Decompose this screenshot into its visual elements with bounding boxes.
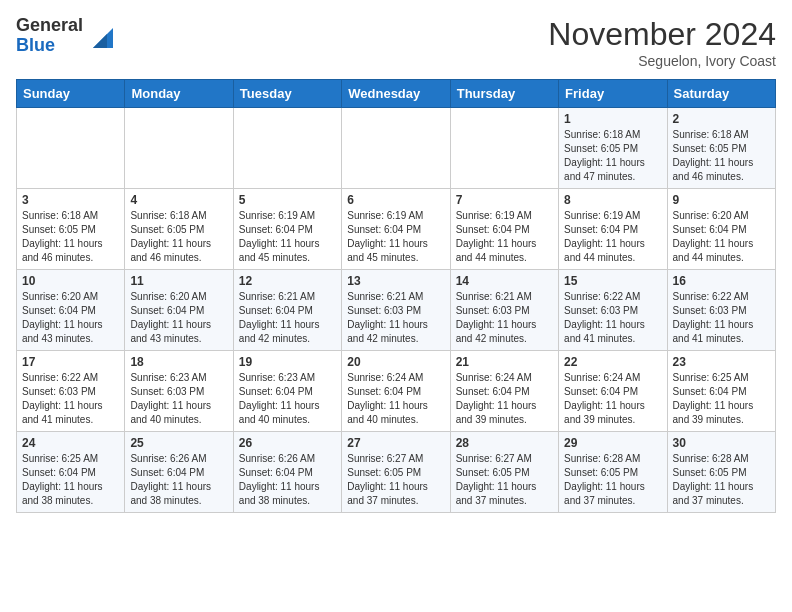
day-number: 20 — [347, 355, 444, 369]
calendar-cell: 11Sunrise: 6:20 AM Sunset: 6:04 PM Dayli… — [125, 270, 233, 351]
calendar-cell: 2Sunrise: 6:18 AM Sunset: 6:05 PM Daylig… — [667, 108, 775, 189]
day-number: 12 — [239, 274, 336, 288]
day-number: 6 — [347, 193, 444, 207]
calendar-cell: 24Sunrise: 6:25 AM Sunset: 6:04 PM Dayli… — [17, 432, 125, 513]
svg-marker-1 — [93, 34, 107, 48]
calendar-week-5: 24Sunrise: 6:25 AM Sunset: 6:04 PM Dayli… — [17, 432, 776, 513]
day-info: Sunrise: 6:26 AM Sunset: 6:04 PM Dayligh… — [130, 452, 227, 508]
day-number: 9 — [673, 193, 770, 207]
calendar-cell — [450, 108, 558, 189]
day-info: Sunrise: 6:19 AM Sunset: 6:04 PM Dayligh… — [456, 209, 553, 265]
calendar-cell: 6Sunrise: 6:19 AM Sunset: 6:04 PM Daylig… — [342, 189, 450, 270]
calendar-cell — [233, 108, 341, 189]
day-info: Sunrise: 6:21 AM Sunset: 6:03 PM Dayligh… — [347, 290, 444, 346]
day-info: Sunrise: 6:23 AM Sunset: 6:03 PM Dayligh… — [130, 371, 227, 427]
calendar-cell: 10Sunrise: 6:20 AM Sunset: 6:04 PM Dayli… — [17, 270, 125, 351]
day-number: 28 — [456, 436, 553, 450]
day-info: Sunrise: 6:18 AM Sunset: 6:05 PM Dayligh… — [22, 209, 119, 265]
day-info: Sunrise: 6:22 AM Sunset: 6:03 PM Dayligh… — [22, 371, 119, 427]
location-text: Seguelon, Ivory Coast — [548, 53, 776, 69]
day-info: Sunrise: 6:22 AM Sunset: 6:03 PM Dayligh… — [673, 290, 770, 346]
day-info: Sunrise: 6:21 AM Sunset: 6:03 PM Dayligh… — [456, 290, 553, 346]
day-number: 11 — [130, 274, 227, 288]
calendar-cell — [17, 108, 125, 189]
logo: General Blue — [16, 16, 117, 56]
day-info: Sunrise: 6:21 AM Sunset: 6:04 PM Dayligh… — [239, 290, 336, 346]
day-number: 15 — [564, 274, 661, 288]
month-title: November 2024 — [548, 16, 776, 53]
weekday-header-sunday: Sunday — [17, 80, 125, 108]
calendar-table: SundayMondayTuesdayWednesdayThursdayFrid… — [16, 79, 776, 513]
day-info: Sunrise: 6:19 AM Sunset: 6:04 PM Dayligh… — [347, 209, 444, 265]
calendar-cell: 27Sunrise: 6:27 AM Sunset: 6:05 PM Dayli… — [342, 432, 450, 513]
calendar-cell: 14Sunrise: 6:21 AM Sunset: 6:03 PM Dayli… — [450, 270, 558, 351]
day-number: 27 — [347, 436, 444, 450]
weekday-header-tuesday: Tuesday — [233, 80, 341, 108]
day-number: 14 — [456, 274, 553, 288]
day-info: Sunrise: 6:24 AM Sunset: 6:04 PM Dayligh… — [347, 371, 444, 427]
day-info: Sunrise: 6:27 AM Sunset: 6:05 PM Dayligh… — [456, 452, 553, 508]
calendar-cell: 26Sunrise: 6:26 AM Sunset: 6:04 PM Dayli… — [233, 432, 341, 513]
day-number: 23 — [673, 355, 770, 369]
calendar-cell: 12Sunrise: 6:21 AM Sunset: 6:04 PM Dayli… — [233, 270, 341, 351]
day-info: Sunrise: 6:19 AM Sunset: 6:04 PM Dayligh… — [564, 209, 661, 265]
day-number: 30 — [673, 436, 770, 450]
day-info: Sunrise: 6:25 AM Sunset: 6:04 PM Dayligh… — [22, 452, 119, 508]
calendar-week-4: 17Sunrise: 6:22 AM Sunset: 6:03 PM Dayli… — [17, 351, 776, 432]
day-number: 29 — [564, 436, 661, 450]
day-info: Sunrise: 6:22 AM Sunset: 6:03 PM Dayligh… — [564, 290, 661, 346]
day-info: Sunrise: 6:18 AM Sunset: 6:05 PM Dayligh… — [673, 128, 770, 184]
day-info: Sunrise: 6:25 AM Sunset: 6:04 PM Dayligh… — [673, 371, 770, 427]
calendar-cell: 19Sunrise: 6:23 AM Sunset: 6:04 PM Dayli… — [233, 351, 341, 432]
weekday-header-monday: Monday — [125, 80, 233, 108]
day-number: 24 — [22, 436, 119, 450]
calendar-cell: 9Sunrise: 6:20 AM Sunset: 6:04 PM Daylig… — [667, 189, 775, 270]
calendar-cell: 28Sunrise: 6:27 AM Sunset: 6:05 PM Dayli… — [450, 432, 558, 513]
day-number: 17 — [22, 355, 119, 369]
calendar-cell: 21Sunrise: 6:24 AM Sunset: 6:04 PM Dayli… — [450, 351, 558, 432]
calendar-cell: 25Sunrise: 6:26 AM Sunset: 6:04 PM Dayli… — [125, 432, 233, 513]
day-info: Sunrise: 6:24 AM Sunset: 6:04 PM Dayligh… — [564, 371, 661, 427]
calendar-header-row: SundayMondayTuesdayWednesdayThursdayFrid… — [17, 80, 776, 108]
day-number: 26 — [239, 436, 336, 450]
calendar-cell: 20Sunrise: 6:24 AM Sunset: 6:04 PM Dayli… — [342, 351, 450, 432]
calendar-cell: 30Sunrise: 6:28 AM Sunset: 6:05 PM Dayli… — [667, 432, 775, 513]
day-info: Sunrise: 6:20 AM Sunset: 6:04 PM Dayligh… — [130, 290, 227, 346]
calendar-cell: 17Sunrise: 6:22 AM Sunset: 6:03 PM Dayli… — [17, 351, 125, 432]
day-info: Sunrise: 6:28 AM Sunset: 6:05 PM Dayligh… — [564, 452, 661, 508]
day-info: Sunrise: 6:19 AM Sunset: 6:04 PM Dayligh… — [239, 209, 336, 265]
day-number: 19 — [239, 355, 336, 369]
calendar-cell — [342, 108, 450, 189]
calendar-cell: 8Sunrise: 6:19 AM Sunset: 6:04 PM Daylig… — [559, 189, 667, 270]
day-info: Sunrise: 6:20 AM Sunset: 6:04 PM Dayligh… — [673, 209, 770, 265]
calendar-week-2: 3Sunrise: 6:18 AM Sunset: 6:05 PM Daylig… — [17, 189, 776, 270]
day-number: 8 — [564, 193, 661, 207]
calendar-cell: 7Sunrise: 6:19 AM Sunset: 6:04 PM Daylig… — [450, 189, 558, 270]
day-number: 16 — [673, 274, 770, 288]
weekday-header-thursday: Thursday — [450, 80, 558, 108]
calendar-cell: 16Sunrise: 6:22 AM Sunset: 6:03 PM Dayli… — [667, 270, 775, 351]
day-number: 22 — [564, 355, 661, 369]
calendar-cell: 4Sunrise: 6:18 AM Sunset: 6:05 PM Daylig… — [125, 189, 233, 270]
day-number: 25 — [130, 436, 227, 450]
calendar-cell — [125, 108, 233, 189]
day-info: Sunrise: 6:27 AM Sunset: 6:05 PM Dayligh… — [347, 452, 444, 508]
weekday-header-wednesday: Wednesday — [342, 80, 450, 108]
page-header: General Blue November 2024 Seguelon, Ivo… — [16, 16, 776, 69]
day-number: 2 — [673, 112, 770, 126]
day-number: 7 — [456, 193, 553, 207]
calendar-cell: 18Sunrise: 6:23 AM Sunset: 6:03 PM Dayli… — [125, 351, 233, 432]
day-number: 13 — [347, 274, 444, 288]
calendar-week-1: 1Sunrise: 6:18 AM Sunset: 6:05 PM Daylig… — [17, 108, 776, 189]
day-number: 5 — [239, 193, 336, 207]
day-info: Sunrise: 6:18 AM Sunset: 6:05 PM Dayligh… — [564, 128, 661, 184]
logo-icon — [85, 20, 117, 52]
calendar-cell: 29Sunrise: 6:28 AM Sunset: 6:05 PM Dayli… — [559, 432, 667, 513]
calendar-cell: 3Sunrise: 6:18 AM Sunset: 6:05 PM Daylig… — [17, 189, 125, 270]
weekday-header-friday: Friday — [559, 80, 667, 108]
day-info: Sunrise: 6:20 AM Sunset: 6:04 PM Dayligh… — [22, 290, 119, 346]
calendar-cell: 1Sunrise: 6:18 AM Sunset: 6:05 PM Daylig… — [559, 108, 667, 189]
calendar-week-3: 10Sunrise: 6:20 AM Sunset: 6:04 PM Dayli… — [17, 270, 776, 351]
weekday-header-saturday: Saturday — [667, 80, 775, 108]
day-info: Sunrise: 6:28 AM Sunset: 6:05 PM Dayligh… — [673, 452, 770, 508]
